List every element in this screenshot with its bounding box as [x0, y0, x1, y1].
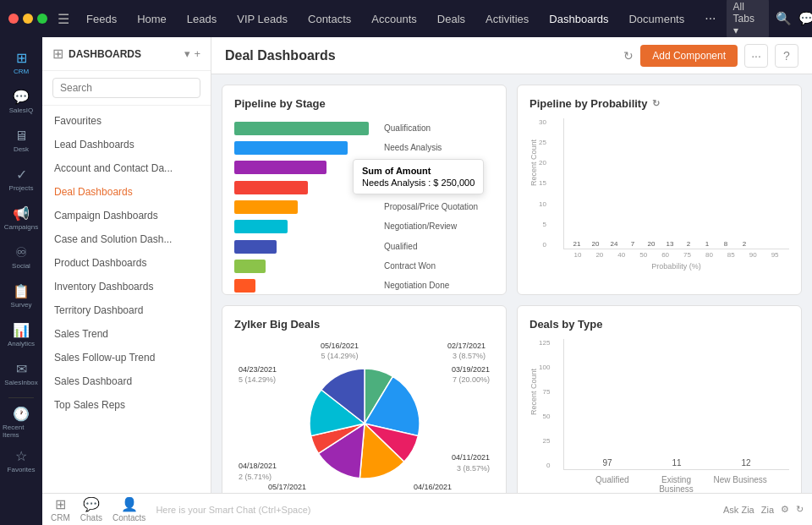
more-options-button[interactable]: ··· [744, 44, 768, 68]
sidebar-item-salesinbox[interactable]: ✉SalesInbox [3, 355, 40, 392]
pie-label-0319: 03/19/20217 (20.00%) [452, 364, 490, 386]
header-actions: ↻ Add Component ··· ? [623, 44, 798, 68]
pipeline-by-stage-widget: Pipeline by Stage QualificationNeeds Ana… [222, 85, 507, 295]
funnel-label-5: Negotiation/Review [384, 219, 494, 234]
chat-icon[interactable]: 💬 [798, 11, 812, 26]
grid-view-icon: ⊞ [52, 46, 63, 62]
nav-list-item-sales-followup[interactable]: Sales Follow-up Trend [42, 346, 211, 369]
nav-list-item-favourites[interactable]: Favourites [42, 109, 211, 133]
sidebar-item-salesiq[interactable]: 💬SalesIQ [3, 83, 40, 120]
probability-chart: 30 25 20 15 10 5 0 212024720132182 10204… [563, 118, 789, 271]
funnel-bar-wrap-8 [234, 279, 376, 293]
deals-bar-value-New Business: 12 [741, 458, 750, 468]
hamburger-menu-icon[interactable]: ☰ [58, 11, 69, 27]
prob-bar-group-80: 2 [681, 240, 696, 249]
refresh-icon-bottom[interactable]: ↻ [796, 504, 804, 515]
nav-panel: ⊞ DASHBOARDS ▾ + FavouritesLead Dashboar… [42, 37, 211, 525]
zia-label[interactable]: Zia [761, 505, 774, 515]
nav-item-leads[interactable]: Leads [178, 9, 225, 29]
nav-list-item-top-sales-reps[interactable]: Top Sales Reps [42, 393, 211, 417]
nav-list-item-campaign-dashboards[interactable]: Campaign Dashboards [42, 204, 211, 227]
deals-chart: 125 100 75 50 25 0 971112QualifiedExisti… [563, 339, 789, 507]
sidebar-item-social[interactable]: ♾Social [3, 238, 40, 276]
nav-list-item-sales-trend[interactable]: Sales Trend [42, 322, 211, 346]
nav-item-accounts[interactable]: Accounts [363, 9, 425, 29]
nav-list-item-sales-dashboard[interactable]: Sales Dashboard [42, 369, 211, 393]
recent-icon: 🕐 [13, 406, 30, 422]
all-tabs-button[interactable]: All Tabs ▾ [727, 0, 769, 39]
funnel-bar-3 [234, 181, 308, 194]
settings-icon-bottom[interactable]: ⚙ [781, 504, 789, 515]
sidebar-item-crm[interactable]: ⊞CRM [3, 44, 40, 81]
prob-x-label-20: 20 [590, 251, 609, 259]
sidebar-item-campaigns[interactable]: 📢Campaigns [3, 200, 40, 237]
nav-list-item-product-dashboards[interactable]: Product Dashboards [42, 251, 211, 275]
funnel-bar-1 [234, 141, 348, 155]
add-dashboard-icon[interactable]: + [194, 47, 200, 60]
prob-bar-group-75: 13 [662, 240, 678, 249]
help-button[interactable]: ? [775, 44, 798, 68]
funnel-bar-wrap-6 [234, 240, 376, 254]
refresh-icon[interactable]: ↻ [623, 49, 634, 63]
sidebar-item-recent[interactable]: 🕐Recent Items [3, 403, 40, 440]
search-box [42, 71, 211, 106]
prob-bar-value-75: 13 [667, 240, 674, 248]
ask-zia-label[interactable]: Ask Zia [723, 505, 754, 515]
probability-refresh-icon[interactable]: ↻ [652, 98, 660, 109]
prob-x-label-40: 40 [612, 251, 631, 259]
nav-more-button[interactable]: ··· [696, 8, 724, 30]
pie-label-0423: 04/23/20215 (14.29%) [239, 364, 277, 386]
nav-list-item-lead-dashboards[interactable]: Lead Dashboards [42, 133, 211, 156]
chevron-down-icon[interactable]: ▾ [184, 47, 190, 60]
funnel-label-7: Contract Won [384, 259, 494, 274]
nav-item-deals[interactable]: Deals [429, 9, 474, 29]
deals-by-type-widget: Deals by Type Recent Count 125 100 75 50… [517, 305, 802, 516]
funnel-label-6: Qualified [384, 239, 494, 254]
salesinbox-icon: ✉ [16, 361, 27, 377]
nav-item-feeds[interactable]: Feeds [78, 9, 125, 29]
funnel-chart: QualificationNeeds AnalysisValue Proposi… [234, 118, 494, 295]
funnel-bar-wrap-4 [234, 200, 376, 214]
sidebar-item-analytics[interactable]: 📊Analytics [3, 316, 40, 353]
analytics-icon: 📊 [13, 322, 30, 338]
pie-label-0418: 04/18/20212 (5.71%) [239, 461, 277, 482]
sidebar-item-desk[interactable]: 🖥Desk [3, 122, 40, 159]
pie-label-0516: 05/16/20215 (14.29%) [321, 341, 359, 362]
add-component-button[interactable]: Add Component [640, 45, 738, 67]
funnel-label-8: Negotiation Done [384, 278, 494, 293]
nav-list-item-case-solution[interactable]: Case and Solution Dash... [42, 227, 211, 251]
funnel-label-0: Qualification [384, 121, 494, 136]
maximize-button[interactable] [37, 14, 47, 24]
minimize-button[interactable] [23, 14, 33, 24]
deals-bar-value-Existing Business: 11 [672, 458, 681, 468]
main-layout: ⊞CRM💬SalesIQ🖥Desk✓Projects📢Campaigns♾Soc… [0, 37, 812, 525]
nav-item-contacts[interactable]: Contacts [299, 9, 359, 29]
prob-bar-group-10: 21 [569, 240, 584, 249]
sidebar-item-projects[interactable]: ✓Projects [3, 161, 40, 198]
sidebar-item-favorites[interactable]: ☆Favorites [3, 442, 40, 479]
nav-item-documents[interactable]: Documents [620, 9, 693, 29]
prob-x-label-10: 10 [568, 251, 587, 259]
deals-y-axis-label: Recent Count [529, 368, 538, 414]
nav-list-item-territory-dashboard[interactable]: Territory Dashboard [42, 298, 211, 322]
close-button[interactable] [8, 14, 19, 24]
nav-menu: FeedsHomeLeadsVIP LeadsContactsAccountsD… [78, 8, 725, 30]
survey-icon: 📋 [13, 283, 30, 299]
tooltip-detail: Needs Analysis : $ 250,000 [362, 178, 475, 188]
x-axis-labels: 10204050607580859095 [563, 249, 789, 260]
pipeline-by-stage-title: Pipeline by Stage [234, 97, 494, 110]
nav-list-item-deal-dashboards[interactable]: Deal Dashboards [42, 180, 211, 204]
nav-item-activities[interactable]: Activities [477, 9, 537, 29]
nav-list-item-inventory-dashboards[interactable]: Inventory Dashboards [42, 275, 211, 298]
funnel-bar-wrap-1 [234, 141, 376, 155]
search-icon[interactable]: 🔍 [776, 11, 792, 26]
nav-item-dashboards[interactable]: Dashboards [540, 9, 617, 29]
funnel-bar-7 [234, 260, 266, 273]
search-input[interactable] [52, 78, 200, 98]
sidebar-item-survey[interactable]: 📋Survey [3, 277, 40, 314]
nav-item-vip-leads[interactable]: VIP Leads [228, 9, 296, 29]
deals-bar-group-Existing-Business: 11 [656, 458, 698, 469]
probability-bars: 30 25 20 15 10 5 0 212024720132182 [563, 118, 789, 249]
nav-list-item-account-contact[interactable]: Account and Contact Da... [42, 156, 211, 180]
nav-item-home[interactable]: Home [129, 9, 175, 29]
